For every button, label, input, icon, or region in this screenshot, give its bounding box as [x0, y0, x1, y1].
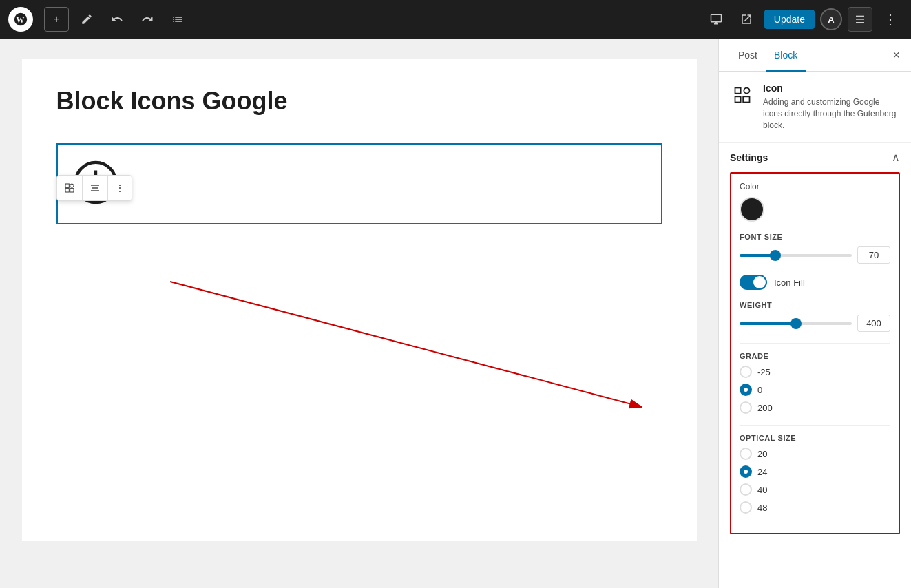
external-link-button[interactable] — [734, 7, 759, 32]
svg-rect-3 — [856, 19, 864, 19]
weight-slider-row — [740, 315, 890, 332]
main-layout: ⋮ Block Icons Google — [0, 39, 911, 588]
svg-text:W: W — [17, 15, 25, 25]
page-title: Block Icons Google — [56, 87, 662, 116]
optical-size-label: OPTICAL SIZE — [740, 434, 890, 442]
wp-logo[interactable]: W — [8, 7, 33, 32]
optical-size-option-20[interactable]: 20 — [740, 448, 890, 460]
weight-slider[interactable] — [740, 322, 852, 325]
grade-option-0[interactable]: 0 — [740, 384, 890, 396]
optical-size-option-40[interactable]: 40 — [740, 483, 890, 496]
svg-rect-2 — [856, 16, 864, 17]
editor-canvas: ⋮ Block Icons Google — [22, 59, 697, 541]
svg-rect-9 — [91, 185, 99, 185]
svg-rect-7 — [65, 189, 69, 192]
optical-size-label-48: 48 — [757, 503, 767, 513]
right-panel: Post Block × Icon Adding and customizing… — [718, 39, 911, 588]
add-button[interactable]: + — [44, 7, 69, 32]
svg-rect-18 — [743, 96, 749, 102]
font-size-input[interactable] — [857, 246, 890, 264]
settings-title: Settings — [730, 152, 768, 163]
svg-rect-8 — [70, 189, 73, 192]
optical-size-label-40: 40 — [757, 485, 767, 495]
undo-button[interactable] — [105, 7, 129, 32]
tab-block[interactable]: Block — [766, 39, 806, 72]
editor-area: ⋮ Block Icons Google — [0, 39, 718, 588]
redo-button[interactable] — [135, 7, 160, 32]
grade-group: GRADE -25 0 200 — [740, 352, 890, 414]
icon-fill-label: Icon Fill — [774, 277, 805, 288]
grade-radio-0 — [740, 384, 752, 396]
list-view-button[interactable] — [165, 7, 190, 32]
topbar: W + Update A ⋮ — [0, 0, 911, 39]
align-button[interactable] — [83, 176, 108, 200]
astra-avatar: A — [820, 8, 842, 30]
optical-size-radio-40 — [740, 483, 752, 496]
tab-post[interactable]: Post — [730, 39, 766, 72]
svg-rect-10 — [92, 187, 98, 188]
svg-point-6 — [70, 184, 73, 187]
block-icon-box — [730, 83, 755, 107]
grade-option-200[interactable]: 200 — [740, 401, 890, 414]
block-info-text: Icon Adding and customizing Google icons… — [763, 83, 900, 131]
grade-radio-minus25 — [740, 366, 752, 378]
pencil-button[interactable] — [74, 7, 99, 32]
grade-option-minus25[interactable]: -25 — [740, 366, 890, 378]
font-size-group: FONT SIZE — [740, 233, 890, 264]
svg-point-16 — [744, 88, 749, 94]
divider-1 — [740, 343, 890, 344]
block-type-button[interactable] — [57, 176, 83, 200]
icon-fill-toggle[interactable] — [740, 275, 767, 290]
svg-rect-11 — [91, 190, 99, 191]
grade-label-minus25: -25 — [757, 367, 771, 377]
grade-label: GRADE — [740, 352, 890, 360]
settings-section: Settings ∧ Color FONT SIZE — [719, 143, 911, 543]
svg-rect-15 — [735, 88, 741, 94]
more-options-button[interactable]: ⋮ — [878, 7, 903, 32]
icon-fill-row: Icon Fill — [740, 275, 890, 290]
weight-group: WEIGHT — [740, 301, 890, 332]
block-info: Icon Adding and customizing Google icons… — [719, 72, 911, 143]
optical-size-label-24: 24 — [757, 467, 767, 477]
font-size-slider-row — [740, 246, 890, 264]
grade-radio-group: -25 0 200 — [740, 366, 890, 414]
block-description: Adding and customizing Google icons dire… — [763, 96, 900, 131]
panel-tabs: Post Block × — [719, 39, 911, 72]
sidebar-toggle[interactable] — [848, 7, 872, 32]
optical-size-radio-24 — [740, 465, 752, 478]
color-label: Color — [740, 182, 890, 191]
svg-rect-17 — [735, 96, 741, 102]
update-button[interactable]: Update — [764, 10, 815, 29]
block-title: Icon — [763, 83, 900, 94]
grade-label-200: 200 — [757, 403, 773, 413]
grade-label-0: 0 — [757, 385, 762, 395]
icon-block[interactable] — [56, 143, 662, 224]
weight-label: WEIGHT — [740, 301, 890, 309]
optical-size-radio-20 — [740, 448, 752, 460]
optical-size-group: OPTICAL SIZE 20 24 40 — [740, 434, 890, 514]
svg-line-14 — [170, 282, 642, 407]
weight-input[interactable] — [857, 315, 890, 332]
toggle-knob — [753, 276, 766, 288]
panel-close-button[interactable]: × — [892, 49, 900, 61]
optical-size-option-48[interactable]: 48 — [740, 501, 890, 514]
grade-radio-200 — [740, 401, 752, 414]
desktop-view-button[interactable] — [704, 7, 729, 32]
optical-size-label-20: 20 — [757, 449, 767, 459]
svg-rect-5 — [65, 184, 69, 187]
svg-rect-4 — [856, 22, 864, 23]
optical-size-option-24[interactable]: 24 — [740, 465, 890, 478]
optical-size-radio-48 — [740, 501, 752, 514]
annotation-arrow — [77, 262, 642, 421]
divider-2 — [740, 425, 890, 426]
color-group: Color — [740, 182, 890, 222]
settings-chevron[interactable]: ∧ — [892, 151, 900, 164]
font-size-slider[interactable] — [740, 254, 852, 257]
settings-box: Color FONT SIZE Icon Fill — [730, 172, 900, 534]
block-toolbar: ⋮ — [56, 175, 132, 201]
optical-size-radio-group: 20 24 40 48 — [740, 448, 890, 514]
color-swatch[interactable] — [740, 197, 764, 222]
more-block-options[interactable]: ⋮ — [108, 176, 132, 200]
font-size-label: FONT SIZE — [740, 233, 890, 241]
settings-header: Settings ∧ — [730, 151, 900, 164]
